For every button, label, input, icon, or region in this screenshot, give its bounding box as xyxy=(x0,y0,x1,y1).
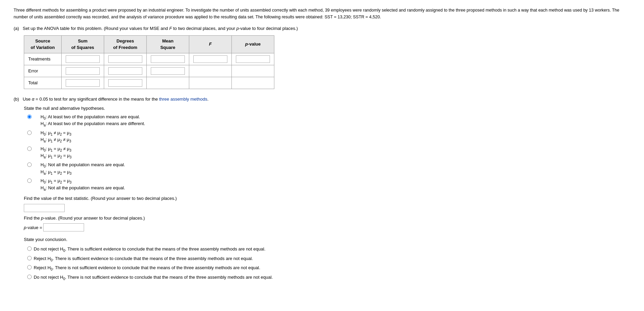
table-row-total: Total xyxy=(24,77,274,89)
row-label-treatments: Treatments xyxy=(24,53,62,65)
col-header-df: Degreesof Freedom xyxy=(104,35,147,53)
pvalue-input[interactable] xyxy=(43,223,84,231)
part-b-section: (b) Use α = 0.05 to test for any signifi… xyxy=(14,96,630,281)
find-pvalue-section: Find the p-value. (Round your answer to … xyxy=(24,215,630,233)
conclusion-text-2: Reject H0. There is sufficient evidence … xyxy=(34,255,253,263)
treatments-ss-cell xyxy=(62,53,104,65)
col-header-sum: Sumof Squares xyxy=(62,35,104,53)
hypothesis-radio-1[interactable] xyxy=(27,115,32,119)
table-row-treatments: Treatments xyxy=(24,53,274,65)
error-ms-cell xyxy=(147,65,189,77)
hyp2-ha: Ha: μ1 ≠ μ2 ≠ μ3 xyxy=(41,137,71,144)
conclusion-option-2: Reject H0. There is sufficient evidence … xyxy=(27,255,630,263)
total-ss-cell xyxy=(62,77,104,89)
col-header-source: Sourceof Variation xyxy=(24,35,62,53)
treatments-f-cell xyxy=(189,53,232,65)
conclusion-text-3: Reject H0. There is not sufficient evide… xyxy=(34,264,260,272)
hypothesis-option-3: H0: μ1 = μ2 ≠ μ3 Ha: μ1 = μ2 = μ3 xyxy=(27,146,630,160)
state-hypotheses-section: State the null and alternative hypothese… xyxy=(24,105,630,192)
hyp3-h0: H0: μ1 = μ2 ≠ μ3 xyxy=(41,146,71,153)
error-ss-input[interactable] xyxy=(66,67,100,75)
intro-text: Three different methods for assembling a… xyxy=(14,7,630,20)
hyp5-h0: H0: μ1 = μ2 = μ3 xyxy=(41,178,125,185)
treatments-ms-cell xyxy=(147,53,189,65)
hyp4-h0: H0: Not all the population means are equ… xyxy=(41,162,125,169)
hyp4-ha: Ha: μ1 = μ2 = μ3 xyxy=(41,169,125,176)
conclusion-option-1: Do not reject H0. There is sufficient ev… xyxy=(27,246,630,253)
treatments-pv-input[interactable] xyxy=(236,55,270,63)
hypothesis-radio-4[interactable] xyxy=(27,162,32,167)
total-ms-cell xyxy=(147,77,189,89)
treatments-f-input[interactable] xyxy=(193,55,227,63)
part-a-label: (a) Set up the ANOVA table for this prob… xyxy=(14,25,630,32)
error-ss-cell xyxy=(62,65,104,77)
row-label-total: Total xyxy=(24,77,62,89)
col-header-mean: MeanSquare xyxy=(147,35,189,53)
error-f-cell xyxy=(189,65,232,77)
total-df-input[interactable] xyxy=(108,79,142,87)
part-b-label: (b) Use α = 0.05 to test for any signifi… xyxy=(14,96,630,103)
col-header-pvalue: p-value xyxy=(232,35,274,53)
pvalue-prefix-label: p-value = xyxy=(24,225,42,230)
error-df-cell xyxy=(104,65,147,77)
total-f-cell xyxy=(189,77,232,89)
total-ss-input[interactable] xyxy=(66,79,100,87)
hypothesis-option-1: H0: At least two of the population means… xyxy=(27,114,630,128)
hypothesis-radio-5[interactable] xyxy=(27,178,32,183)
conclusion-label: State your conclusion. xyxy=(24,236,630,243)
hypothesis-option-5: H0: μ1 = μ2 = μ3 Ha: Not all the populat… xyxy=(27,178,630,192)
conclusion-radio-3[interactable] xyxy=(27,265,32,270)
hyp1-h0: H0: At least two of the population means… xyxy=(41,114,145,121)
find-stat-section: Find the value of the test statistic. (R… xyxy=(24,195,630,212)
hyp2-h0: H0: μ1 ≠ μ2 = μ3 xyxy=(41,130,71,137)
state-hypotheses-label: State the null and alternative hypothese… xyxy=(24,105,630,112)
error-df-input[interactable] xyxy=(108,67,142,75)
conclusion-radio-2[interactable] xyxy=(27,256,32,260)
treatments-ms-input[interactable] xyxy=(151,55,185,63)
hyp5-ha: Ha: Not all the population means are equ… xyxy=(41,185,125,192)
find-pvalue-label: Find the p-value. (Round your answer to … xyxy=(24,215,630,222)
hypothesis-option-4: H0: Not all the population means are equ… xyxy=(27,162,630,176)
col-header-f: F xyxy=(189,35,232,53)
treatments-df-cell xyxy=(104,53,147,65)
conclusion-radio-1[interactable] xyxy=(27,246,32,251)
hyp3-ha: Ha: μ1 = μ2 = μ3 xyxy=(41,153,71,160)
anova-table: Sourceof Variation Sumof Squares Degrees… xyxy=(24,35,274,89)
treatments-pv-cell xyxy=(232,53,274,65)
total-pv-cell xyxy=(232,77,274,89)
conclusion-option-4: Do not reject H0. There is not sufficien… xyxy=(27,274,630,281)
hypothesis-radio-2[interactable] xyxy=(27,131,32,135)
part-a-letter: (a) xyxy=(14,26,19,31)
table-row-error: Error xyxy=(24,65,274,77)
part-b-letter: (b) xyxy=(14,97,19,102)
error-ms-input[interactable] xyxy=(151,67,185,75)
conclusion-section: State your conclusion. Do not reject H0.… xyxy=(24,236,630,281)
find-stat-label: Find the value of the test statistic. (R… xyxy=(24,195,630,202)
hyp1-ha: Ha: At least two of the population means… xyxy=(41,121,145,128)
conclusion-text-4: Do not reject H0. There is not sufficien… xyxy=(34,274,273,281)
hypothesis-option-2: H0: μ1 ≠ μ2 = μ3 Ha: μ1 ≠ μ2 ≠ μ3 xyxy=(27,130,630,144)
treatments-df-input[interactable] xyxy=(108,55,142,63)
row-label-error: Error xyxy=(24,65,62,77)
conclusion-text-1: Do not reject H0. There is sufficient ev… xyxy=(34,246,265,253)
error-pv-cell xyxy=(232,65,274,77)
conclusion-option-3: Reject H0. There is not sufficient evide… xyxy=(27,264,630,272)
hypothesis-radio-3[interactable] xyxy=(27,146,32,151)
treatments-ss-input[interactable] xyxy=(66,55,100,63)
total-df-cell xyxy=(104,77,147,89)
test-stat-input[interactable] xyxy=(24,204,65,212)
conclusion-radio-4[interactable] xyxy=(27,275,32,279)
